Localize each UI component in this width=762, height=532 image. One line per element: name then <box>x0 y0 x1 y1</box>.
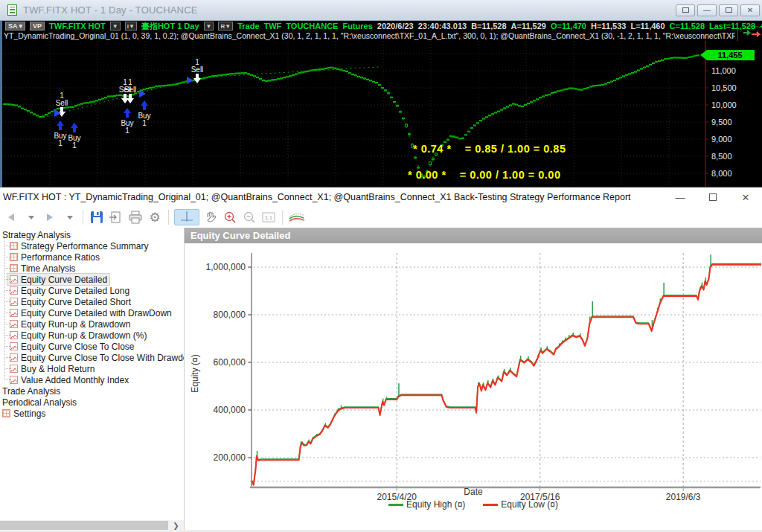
tree-item[interactable]: Equity Curve Detailed <box>0 274 184 285</box>
interval-dropdown[interactable]: I▼ <box>125 22 137 31</box>
zoom-in-button[interactable] <box>222 209 238 225</box>
nav-forward-dropdown[interactable] <box>61 209 77 225</box>
popout-button[interactable] <box>676 4 695 16</box>
settings-button[interactable]: ⚙ <box>147 209 163 225</box>
actual-size-button[interactable]: 1:1 <box>260 209 277 225</box>
screen: TWF.FITX HOT - 1 Day - TOUCHANCE — ✕ SA▾… <box>0 0 762 532</box>
report-maximize-button[interactable] <box>697 188 729 206</box>
tree-item-label: Equity Run-up & Drawdown (%) <box>21 330 147 341</box>
tree-item[interactable]: Trade Analysis <box>0 385 184 397</box>
report-close-button[interactable]: ✕ <box>729 188 762 206</box>
minimize-button[interactable]: — <box>697 4 717 16</box>
tree-item[interactable]: Equity Run-up & Drawdown <box>0 318 184 330</box>
report-title: WF.FITX HOT : YT_DynamicTrading_Original… <box>0 192 631 202</box>
entry-marker <box>54 109 61 117</box>
quote-values: TradeTWFTOUCHANCEFutures2020/6/2323:40:4… <box>237 22 762 31</box>
legend-equity-high: Equity High (¤) <box>388 499 465 510</box>
svg-text:Sell: Sell <box>56 99 68 107</box>
chart-window: TWF.FITX HOT - 1 Day - TOUCHANCE — ✕ SA▾… <box>0 0 762 188</box>
quote-divider <box>737 22 738 41</box>
symbol-dropdown[interactable]: ▼ <box>110 22 121 31</box>
export-button[interactable] <box>108 209 124 225</box>
legend-equity-low-label: Equity Low (¤) <box>501 499 558 510</box>
report-window: WF.FITX HOT : YT_DynamicTrading_Original… <box>0 188 762 532</box>
period-dropdown[interactable]: ▼ <box>204 22 214 31</box>
candlestick-chart[interactable]: 11,00010,50010,0009,5009,0008,5008,00011… <box>2 41 762 188</box>
chart-style-icon[interactable] <box>742 24 761 39</box>
tree-item[interactable]: Equity Curve Detailed with DrawDown <box>0 307 184 318</box>
maximize-button[interactable] <box>719 4 738 16</box>
chart-window-titlebar[interactable]: TWF.FITX HOT - 1 Day - TOUCHANCE — ✕ <box>0 0 762 21</box>
quote-bar: SA▾ VP TWF.FITX HOT ▼ I▼ 臺指HOT 1 Day ▼ R… <box>2 21 762 31</box>
tree-item-label: Buy & Hold Return <box>21 364 95 374</box>
tree-item[interactable]: Equity Run-up & Drawdown (%) <box>0 330 184 341</box>
tree-item[interactable]: Value Added Monthly Index <box>0 374 184 385</box>
tree-item-label: Equity Curve Close To Close With Drawdow… <box>21 353 184 363</box>
close-button[interactable]: ✕ <box>740 4 760 16</box>
tree-item[interactable]: Performance Ratios <box>0 251 184 263</box>
sa-button[interactable]: SA▾ <box>5 22 25 31</box>
app-icon <box>7 4 17 16</box>
save-button[interactable] <box>89 209 105 225</box>
report-window-controls: — ✕ <box>664 188 762 206</box>
tree-item[interactable]: Time Analysis <box>0 263 184 274</box>
price-tick-label: 11,000 <box>711 66 736 75</box>
symbol-label: TWF.FITX HOT <box>49 22 106 31</box>
tree-item[interactable]: Strategy Analysis <box>0 229 184 240</box>
quote-value: C=11,528 <box>670 22 705 31</box>
report-titlebar[interactable]: WF.FITX HOT : YT_DynamicTrading_Original… <box>0 188 762 207</box>
equity-high-swatch <box>388 504 403 506</box>
quote-value: B=11,528 <box>471 22 506 31</box>
report-minimize-button[interactable]: — <box>664 188 697 206</box>
quote-value: Trade <box>237 22 259 31</box>
tree-item-label: Settings <box>13 408 45 419</box>
tree-item-label: Strategy Performance Summary <box>21 241 148 251</box>
tree-item[interactable]: Periodical Analysis <box>0 397 184 408</box>
nav-back-dropdown[interactable] <box>22 209 39 225</box>
chart-window-title: TWF.FITX HOT - 1 Day - TOUCHANCE <box>23 4 198 16</box>
vp-button[interactable]: VP <box>30 22 45 31</box>
buy-marker: Buy1 <box>68 123 80 150</box>
tree-item[interactable]: Buy & Hold Return <box>0 363 184 374</box>
quote-value: L=11,460 <box>630 22 665 31</box>
formula-bar[interactable]: YT_DynamicTrading_Original_01 (1, 0, 39,… <box>2 31 735 41</box>
formula-text: YT_DynamicTrading_Original_01 (1, 0, 39,… <box>4 31 735 40</box>
price-tick-label: 10,500 <box>711 83 737 92</box>
tree-item[interactable]: Strategy Performance Summary <box>0 240 184 251</box>
pan-tool-button[interactable] <box>202 209 219 225</box>
tree-item-label: Strategy Analysis <box>2 230 71 240</box>
quote-value: O=11,470 <box>551 22 586 31</box>
tree-item[interactable]: Equity Curve Close To Close <box>0 341 184 352</box>
symbol-cn-label: 臺指HOT 1 Day <box>141 21 199 31</box>
print-button[interactable] <box>127 209 144 225</box>
svg-text:11,455: 11,455 <box>717 51 742 60</box>
buy-marker: Buy1 <box>121 108 133 135</box>
tree-item[interactable]: Equity Curve Detailed Long <box>0 285 184 296</box>
zoom-in-icon <box>223 211 237 224</box>
tree-item[interactable]: Equity Curve Close To Close With Drawdow… <box>0 352 184 363</box>
svg-text:1: 1 <box>142 119 147 127</box>
tree-item[interactable]: Equity Curve Detailed Short <box>0 296 184 307</box>
price-tick-label: 8,000 <box>711 169 732 178</box>
report-body: Strategy AnalysisStrategy Performance Su… <box>0 228 762 532</box>
crosshair-icon <box>179 210 195 225</box>
price-tick-label: 9,500 <box>711 118 732 126</box>
tree-item[interactable]: Settings <box>0 408 184 419</box>
tree-item-label: Equity Curve Close To Close <box>21 342 135 352</box>
nav-back-button[interactable] <box>3 209 19 225</box>
nav-forward-button[interactable] <box>42 209 58 225</box>
candlestick-plot: 11,00010,50010,0009,5009,0008,5008,00011… <box>2 41 762 188</box>
equity-chart[interactable]: 200,000400,000600,000800,0001,000,000201… <box>185 243 762 501</box>
tree-item-label: Equity Curve Detailed Long <box>21 286 129 296</box>
quote-value: TOUCHANCE <box>286 22 338 31</box>
quote-value: TWF <box>264 22 282 31</box>
curves-button[interactable] <box>288 209 306 225</box>
legend-equity-low: Equity Low (¤) <box>483 499 558 510</box>
zoom-out-button[interactable] <box>241 209 257 225</box>
y-tick-label: 400,000 <box>214 405 246 415</box>
price-tick-label: 8,500 <box>711 152 732 161</box>
crosshair-tool-button[interactable] <box>174 209 199 225</box>
curves-icon <box>288 211 306 224</box>
r-dropdown[interactable]: R▼ <box>218 22 233 31</box>
y-tick-label: 1,000,000 <box>206 262 246 272</box>
